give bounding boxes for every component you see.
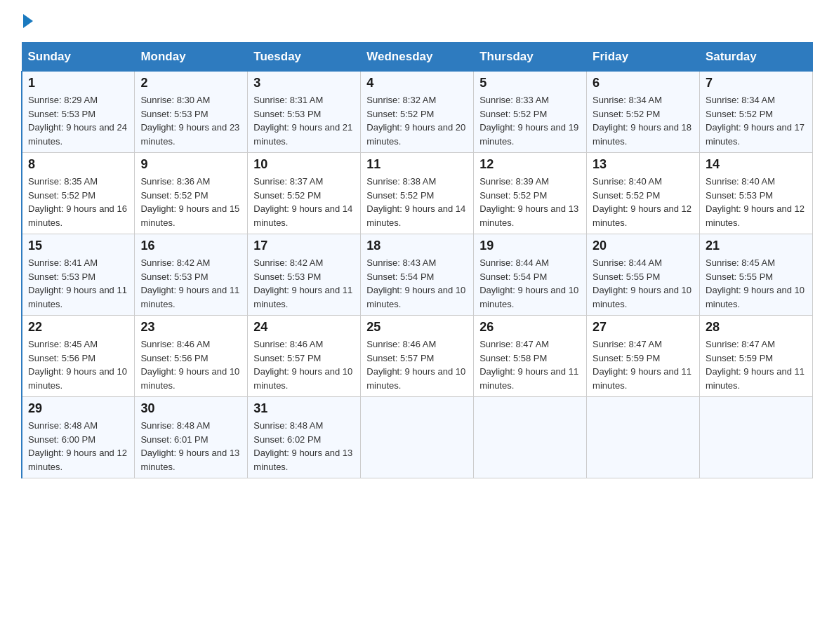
calendar-cell: [474, 397, 587, 478]
day-number: 13: [593, 157, 694, 172]
weekday-header-wednesday: Wednesday: [361, 43, 474, 72]
day-info: Sunrise: 8:46 AM Sunset: 5:57 PM Dayligh…: [366, 337, 468, 392]
logo-triangle-icon: [23, 14, 33, 28]
calendar-cell: 13 Sunrise: 8:40 AM Sunset: 5:52 PM Dayl…: [587, 153, 700, 234]
day-number: 22: [28, 320, 128, 335]
calendar-cell: 20 Sunrise: 8:44 AM Sunset: 5:55 PM Dayl…: [587, 234, 700, 316]
weekday-header-monday: Monday: [135, 43, 248, 72]
day-info: Sunrise: 8:34 AM Sunset: 5:52 PM Dayligh…: [706, 93, 807, 148]
calendar-cell: 12 Sunrise: 8:39 AM Sunset: 5:52 PM Dayl…: [474, 153, 587, 234]
calendar-cell: 4 Sunrise: 8:32 AM Sunset: 5:52 PM Dayli…: [361, 72, 474, 153]
day-info: Sunrise: 8:41 AM Sunset: 5:53 PM Dayligh…: [28, 256, 128, 311]
day-info: Sunrise: 8:38 AM Sunset: 5:52 PM Dayligh…: [366, 175, 468, 229]
day-info: Sunrise: 8:45 AM Sunset: 5:56 PM Dayligh…: [28, 337, 128, 392]
day-number: 11: [366, 157, 468, 172]
weekday-header-thursday: Thursday: [474, 43, 587, 72]
day-info: Sunrise: 8:40 AM Sunset: 5:52 PM Dayligh…: [593, 175, 694, 229]
day-number: 29: [28, 401, 128, 416]
calendar-table: SundayMondayTuesdayWednesdayThursdayFrid…: [21, 42, 813, 478]
calendar-cell: 1 Sunrise: 8:29 AM Sunset: 5:53 PM Dayli…: [22, 72, 135, 153]
day-number: 9: [140, 157, 241, 172]
day-info: Sunrise: 8:43 AM Sunset: 5:54 PM Dayligh…: [366, 256, 468, 311]
calendar-cell: 30 Sunrise: 8:48 AM Sunset: 6:01 PM Dayl…: [135, 397, 248, 478]
day-info: Sunrise: 8:46 AM Sunset: 5:56 PM Dayligh…: [140, 337, 241, 392]
weekday-header-saturday: Saturday: [700, 43, 813, 72]
weekday-header-sunday: Sunday: [22, 43, 135, 72]
calendar-cell: 16 Sunrise: 8:42 AM Sunset: 5:53 PM Dayl…: [135, 234, 248, 316]
day-info: Sunrise: 8:48 AM Sunset: 6:01 PM Dayligh…: [140, 419, 241, 474]
weekday-header-row: SundayMondayTuesdayWednesdayThursdayFrid…: [22, 43, 813, 72]
calendar-cell: [361, 397, 474, 478]
day-number: 25: [366, 320, 468, 335]
day-info: Sunrise: 8:44 AM Sunset: 5:54 PM Dayligh…: [479, 256, 581, 311]
day-number: 23: [140, 320, 241, 335]
calendar-cell: [700, 397, 813, 478]
day-number: 4: [366, 76, 468, 90]
day-number: 31: [253, 401, 355, 416]
day-number: 7: [706, 76, 807, 90]
day-number: 20: [593, 239, 694, 253]
day-info: Sunrise: 8:31 AM Sunset: 5:53 PM Dayligh…: [253, 93, 355, 148]
calendar-cell: 21 Sunrise: 8:45 AM Sunset: 5:55 PM Dayl…: [700, 234, 813, 316]
calendar-cell: 19 Sunrise: 8:44 AM Sunset: 5:54 PM Dayl…: [474, 234, 587, 316]
day-number: 19: [479, 239, 581, 253]
day-info: Sunrise: 8:34 AM Sunset: 5:52 PM Dayligh…: [593, 93, 694, 148]
day-number: 5: [479, 76, 581, 90]
calendar-cell: 23 Sunrise: 8:46 AM Sunset: 5:56 PM Dayl…: [135, 316, 248, 397]
day-info: Sunrise: 8:47 AM Sunset: 5:59 PM Dayligh…: [706, 337, 807, 392]
calendar-cell: 28 Sunrise: 8:47 AM Sunset: 5:59 PM Dayl…: [700, 316, 813, 397]
day-info: Sunrise: 8:44 AM Sunset: 5:55 PM Dayligh…: [593, 256, 694, 311]
calendar-header: SundayMondayTuesdayWednesdayThursdayFrid…: [22, 43, 813, 72]
day-number: 14: [706, 157, 807, 172]
calendar-week-1: 1 Sunrise: 8:29 AM Sunset: 5:53 PM Dayli…: [22, 72, 813, 153]
day-number: 24: [253, 320, 355, 335]
day-info: Sunrise: 8:36 AM Sunset: 5:52 PM Dayligh…: [140, 175, 241, 229]
calendar-cell: 27 Sunrise: 8:47 AM Sunset: 5:59 PM Dayl…: [587, 316, 700, 397]
calendar-cell: 25 Sunrise: 8:46 AM Sunset: 5:57 PM Dayl…: [361, 316, 474, 397]
page-header: [21, 14, 813, 28]
day-number: 10: [253, 157, 355, 172]
day-number: 12: [479, 157, 581, 172]
calendar-cell: 26 Sunrise: 8:47 AM Sunset: 5:58 PM Dayl…: [474, 316, 587, 397]
day-number: 17: [253, 239, 355, 253]
calendar-cell: 14 Sunrise: 8:40 AM Sunset: 5:53 PM Dayl…: [700, 153, 813, 234]
day-number: 18: [366, 239, 468, 253]
calendar-cell: 9 Sunrise: 8:36 AM Sunset: 5:52 PM Dayli…: [135, 153, 248, 234]
calendar-cell: 10 Sunrise: 8:37 AM Sunset: 5:52 PM Dayl…: [248, 153, 361, 234]
day-number: 27: [593, 320, 694, 335]
day-number: 3: [253, 76, 355, 90]
calendar-cell: 17 Sunrise: 8:42 AM Sunset: 5:53 PM Dayl…: [248, 234, 361, 316]
calendar-cell: 31 Sunrise: 8:48 AM Sunset: 6:02 PM Dayl…: [248, 397, 361, 478]
weekday-header-tuesday: Tuesday: [248, 43, 361, 72]
day-number: 16: [140, 239, 241, 253]
calendar-cell: 5 Sunrise: 8:33 AM Sunset: 5:52 PM Dayli…: [474, 72, 587, 153]
logo: [21, 14, 33, 28]
day-info: Sunrise: 8:47 AM Sunset: 5:58 PM Dayligh…: [479, 337, 581, 392]
calendar-cell: 3 Sunrise: 8:31 AM Sunset: 5:53 PM Dayli…: [248, 72, 361, 153]
day-info: Sunrise: 8:47 AM Sunset: 5:59 PM Dayligh…: [593, 337, 694, 392]
calendar-week-4: 22 Sunrise: 8:45 AM Sunset: 5:56 PM Dayl…: [22, 316, 813, 397]
day-info: Sunrise: 8:46 AM Sunset: 5:57 PM Dayligh…: [253, 337, 355, 392]
calendar-cell: 22 Sunrise: 8:45 AM Sunset: 5:56 PM Dayl…: [22, 316, 135, 397]
calendar-cell: 2 Sunrise: 8:30 AM Sunset: 5:53 PM Dayli…: [135, 72, 248, 153]
calendar-cell: [587, 397, 700, 478]
calendar-body: 1 Sunrise: 8:29 AM Sunset: 5:53 PM Dayli…: [22, 72, 813, 478]
weekday-header-friday: Friday: [587, 43, 700, 72]
day-info: Sunrise: 8:35 AM Sunset: 5:52 PM Dayligh…: [28, 175, 128, 229]
calendar-week-2: 8 Sunrise: 8:35 AM Sunset: 5:52 PM Dayli…: [22, 153, 813, 234]
day-number: 2: [140, 76, 241, 90]
calendar-cell: 11 Sunrise: 8:38 AM Sunset: 5:52 PM Dayl…: [361, 153, 474, 234]
day-info: Sunrise: 8:42 AM Sunset: 5:53 PM Dayligh…: [140, 256, 241, 311]
day-number: 28: [706, 320, 807, 335]
calendar-cell: 18 Sunrise: 8:43 AM Sunset: 5:54 PM Dayl…: [361, 234, 474, 316]
day-info: Sunrise: 8:29 AM Sunset: 5:53 PM Dayligh…: [28, 93, 128, 148]
day-number: 1: [28, 76, 128, 90]
day-info: Sunrise: 8:48 AM Sunset: 6:00 PM Dayligh…: [28, 419, 128, 474]
calendar-cell: 7 Sunrise: 8:34 AM Sunset: 5:52 PM Dayli…: [700, 72, 813, 153]
day-info: Sunrise: 8:32 AM Sunset: 5:52 PM Dayligh…: [366, 93, 468, 148]
day-info: Sunrise: 8:39 AM Sunset: 5:52 PM Dayligh…: [479, 175, 581, 229]
calendar-week-3: 15 Sunrise: 8:41 AM Sunset: 5:53 PM Dayl…: [22, 234, 813, 316]
day-info: Sunrise: 8:45 AM Sunset: 5:55 PM Dayligh…: [706, 256, 807, 311]
day-info: Sunrise: 8:48 AM Sunset: 6:02 PM Dayligh…: [253, 419, 355, 474]
day-info: Sunrise: 8:30 AM Sunset: 5:53 PM Dayligh…: [140, 93, 241, 148]
